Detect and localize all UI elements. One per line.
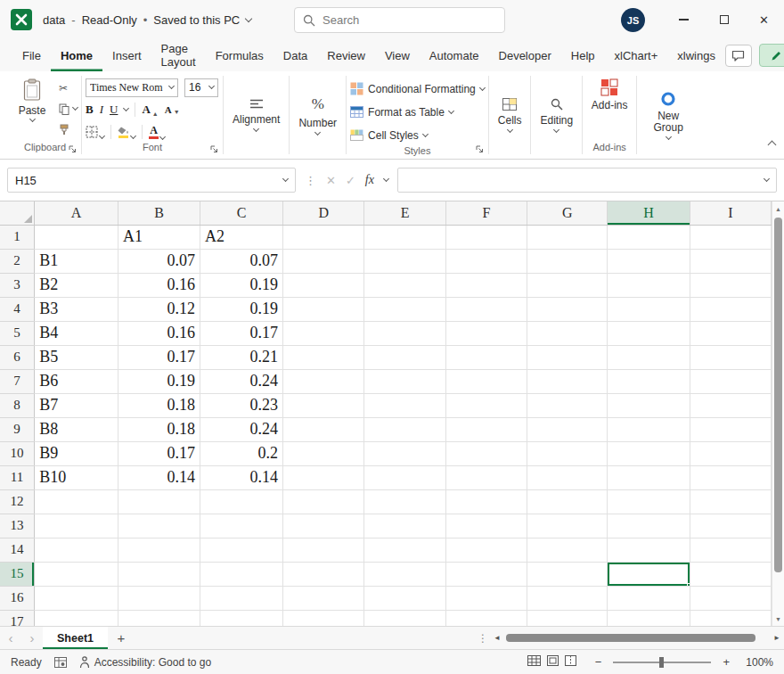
tab-home[interactable]: Home xyxy=(51,39,102,71)
cell-H1[interactable] xyxy=(608,225,690,249)
cell-D8[interactable] xyxy=(283,393,364,417)
cell-C17[interactable] xyxy=(200,610,283,626)
cell-I4[interactable] xyxy=(690,297,771,321)
cell-E6[interactable] xyxy=(364,345,445,369)
search-input[interactable] xyxy=(323,13,496,27)
vertical-scrollbar[interactable]: ▲ ▼ xyxy=(772,201,784,626)
row-header-6[interactable]: 6 xyxy=(0,345,35,369)
cell-H15[interactable] xyxy=(608,562,690,586)
cell-B6[interactable]: 0.17 xyxy=(118,345,200,369)
row-header-17[interactable]: 17 xyxy=(0,610,35,626)
row-header-12[interactable]: 12 xyxy=(0,489,35,514)
cell-E12[interactable] xyxy=(364,489,445,514)
cell-G17[interactable] xyxy=(527,610,607,626)
cell-H7[interactable] xyxy=(608,369,690,393)
cell-E16[interactable] xyxy=(364,586,445,610)
format-painter-button[interactable] xyxy=(59,122,78,136)
select-all-corner[interactable] xyxy=(0,201,35,225)
row-header-10[interactable]: 10 xyxy=(0,441,35,465)
cell-A13[interactable] xyxy=(35,514,118,538)
cell-B5[interactable]: 0.16 xyxy=(118,321,200,345)
column-header-D[interactable]: D xyxy=(283,201,364,225)
cell-C4[interactable]: 0.19 xyxy=(200,297,283,321)
confirm-entry-button[interactable]: ✓ xyxy=(346,174,355,187)
cell-E8[interactable] xyxy=(364,393,445,417)
addins-button[interactable]: Add-ins xyxy=(586,78,633,142)
increase-font-size-button[interactable]: A ▲ xyxy=(142,103,158,117)
cell-F5[interactable] xyxy=(445,321,527,345)
cell-I2[interactable] xyxy=(690,249,771,273)
decrease-font-size-button[interactable]: A ▼ xyxy=(165,104,180,115)
column-header-B[interactable]: B xyxy=(118,201,200,225)
cell-I13[interactable] xyxy=(690,514,771,538)
cell-B15[interactable] xyxy=(118,562,200,586)
fill-color-button[interactable] xyxy=(118,127,135,138)
formula-input-box[interactable] xyxy=(397,168,777,193)
cell-D16[interactable] xyxy=(283,586,364,610)
cell-A7[interactable]: B6 xyxy=(35,369,118,393)
cell-A2[interactable]: B1 xyxy=(35,249,118,273)
insert-function-button[interactable]: fx xyxy=(365,173,374,187)
cell-A5[interactable]: B4 xyxy=(35,321,118,345)
zoom-level[interactable]: 100% xyxy=(741,656,773,669)
cell-H11[interactable] xyxy=(608,465,690,489)
cell-B11[interactable]: 0.14 xyxy=(118,465,200,489)
cell-H3[interactable] xyxy=(608,273,690,297)
cell-F8[interactable] xyxy=(445,393,527,417)
close-button[interactable]: ✕ xyxy=(744,0,784,39)
cell-H6[interactable] xyxy=(608,345,690,369)
cell-B3[interactable]: 0.16 xyxy=(118,273,200,297)
underline-button[interactable]: U xyxy=(110,103,118,117)
cell-I7[interactable] xyxy=(690,369,771,393)
cell-G10[interactable] xyxy=(527,441,607,465)
column-header-A[interactable]: A xyxy=(35,201,118,225)
saved-status[interactable]: Saved to this PC xyxy=(153,13,240,27)
tab-view[interactable]: View xyxy=(375,39,420,71)
tab-xlchart[interactable]: xlChart+ xyxy=(605,39,668,71)
cell-G3[interactable] xyxy=(527,273,607,297)
paste-button[interactable]: Paste xyxy=(12,78,52,142)
conditional-formatting-button[interactable]: Conditional Formatting xyxy=(350,78,485,99)
cell-C13[interactable] xyxy=(200,514,283,538)
cell-C12[interactable] xyxy=(200,489,283,514)
cell-D12[interactable] xyxy=(283,489,364,514)
cell-G1[interactable] xyxy=(527,225,607,249)
chevron-down-icon[interactable] xyxy=(764,176,770,182)
minimize-button[interactable] xyxy=(664,0,704,39)
cell-C3[interactable]: 0.19 xyxy=(200,273,283,297)
cell-F6[interactable] xyxy=(445,345,527,369)
cell-D11[interactable] xyxy=(283,465,364,489)
cell-I11[interactable] xyxy=(690,465,771,489)
cell-D2[interactable] xyxy=(283,249,364,273)
column-header-G[interactable]: G xyxy=(527,201,607,225)
row-header-8[interactable]: 8 xyxy=(0,393,35,417)
page-layout-view-button[interactable] xyxy=(547,655,559,669)
cell-A12[interactable] xyxy=(35,489,118,514)
cell-F17[interactable] xyxy=(445,610,527,626)
cell-C6[interactable]: 0.21 xyxy=(200,345,283,369)
cell-B8[interactable]: 0.18 xyxy=(118,393,200,417)
zoom-in-button[interactable]: + xyxy=(720,655,732,669)
scroll-left-button[interactable]: ◄ xyxy=(490,627,504,649)
cell-B7[interactable]: 0.19 xyxy=(118,369,200,393)
cell-E15[interactable] xyxy=(364,562,445,586)
horizontal-scrollbar-thumb[interactable] xyxy=(506,634,755,642)
column-header-I[interactable]: I xyxy=(690,201,771,225)
tab-split-handle[interactable]: ⋮ xyxy=(476,627,490,649)
cell-G15[interactable] xyxy=(527,562,607,586)
cell-H10[interactable] xyxy=(608,441,690,465)
cell-I5[interactable] xyxy=(690,321,771,345)
cell-B17[interactable] xyxy=(118,610,200,626)
cell-A3[interactable]: B2 xyxy=(35,273,118,297)
cell-H13[interactable] xyxy=(608,514,690,538)
column-header-F[interactable]: F xyxy=(445,201,527,225)
cell-C5[interactable]: 0.17 xyxy=(200,321,283,345)
row-header-15[interactable]: 15 xyxy=(0,562,35,586)
cell-B4[interactable]: 0.12 xyxy=(118,297,200,321)
cell-D1[interactable] xyxy=(283,225,364,249)
cell-G9[interactable] xyxy=(527,417,607,441)
font-size-combo[interactable]: 16 xyxy=(184,78,218,97)
cell-E1[interactable] xyxy=(364,225,445,249)
number-dropdown-button[interactable]: % Number xyxy=(293,71,342,159)
cell-D17[interactable] xyxy=(283,610,364,626)
